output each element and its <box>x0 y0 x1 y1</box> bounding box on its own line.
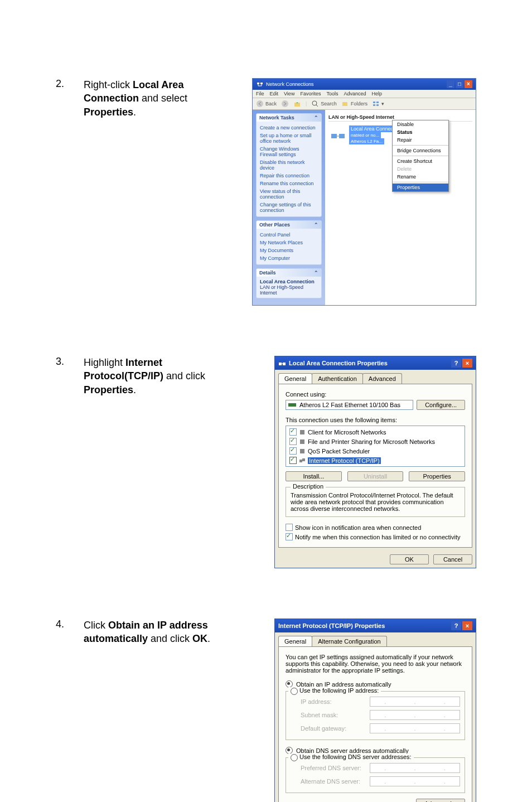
dialog-title: Local Area Connection Properties <box>289 360 388 366</box>
task-link[interactable]: Change settings of this connection <box>260 201 318 214</box>
close-button[interactable]: × <box>462 359 472 368</box>
svg-rect-1 <box>260 83 263 84</box>
lan-icon <box>278 359 286 367</box>
collapse-icon[interactable]: ⌃ <box>314 115 318 120</box>
svg-rect-15 <box>279 363 282 365</box>
step-number: 2. <box>56 78 84 90</box>
network-connections-window: Network Connections _ □ × File Edit View… <box>252 78 476 306</box>
tab-general[interactable]: General <box>278 373 312 384</box>
svg-rect-23 <box>302 458 305 461</box>
task-link[interactable]: Repair this connection <box>260 172 318 180</box>
menu-item[interactable]: Tools <box>326 91 338 96</box>
ctx-status[interactable]: Status <box>393 128 448 136</box>
gateway-label: Default gateway: <box>301 725 346 732</box>
forward-button[interactable] <box>281 100 289 108</box>
tab-general[interactable]: General <box>278 636 312 646</box>
menu-item[interactable]: View <box>284 91 294 96</box>
notify-checkbox[interactable] <box>286 533 293 540</box>
menu-item[interactable]: Help <box>371 91 382 96</box>
collapse-icon[interactable]: ⌃ <box>314 222 318 228</box>
install-button[interactable]: Install... <box>286 471 342 481</box>
help-button[interactable]: ? <box>451 621 461 630</box>
close-button[interactable]: × <box>462 621 472 630</box>
subnet-field: ... <box>370 710 460 720</box>
folders-icon <box>341 100 349 108</box>
task-sidebar: Network Tasks⌃ Create a new connection S… <box>253 110 325 305</box>
list-item-tcpip[interactable]: Internet Protocol (TCP/IP) <box>286 456 465 465</box>
window-titlebar: Network Connections _ □ × <box>253 79 476 90</box>
items-label: This connection uses the following items… <box>286 417 465 423</box>
forward-icon <box>281 100 289 108</box>
ctx-properties[interactable]: Properties <box>393 183 448 191</box>
task-link[interactable]: Rename this connection <box>260 180 318 187</box>
list-item[interactable]: Client for Microsoft Networks <box>286 427 465 437</box>
configure-button[interactable]: Configure... <box>417 400 465 410</box>
description-text: Transmission Control Protocol/Internet P… <box>291 492 460 512</box>
ctx-delete: Delete <box>393 165 448 173</box>
step-text: Highlight Internet Protocol(TCP/IP) and … <box>84 356 229 397</box>
advanced-button[interactable]: Advanced... <box>416 799 465 802</box>
menu-item[interactable]: Edit <box>270 91 279 96</box>
intro-text: You can get IP settings assigned automat… <box>286 654 465 674</box>
place-link[interactable]: My Documents <box>260 247 318 254</box>
svg-rect-0 <box>257 83 259 84</box>
place-link[interactable]: My Computer <box>260 254 318 262</box>
svg-rect-11 <box>376 104 379 106</box>
task-link[interactable]: Disable this network device <box>260 158 318 172</box>
svg-point-3 <box>282 100 288 107</box>
ok-button[interactable]: OK <box>390 554 429 564</box>
main-pane: LAN or High-Speed Internet Local Area Co… <box>325 110 476 305</box>
up-button[interactable] <box>293 100 301 108</box>
place-link[interactable]: My Network Places <box>260 239 318 247</box>
menu-item[interactable]: Advanced <box>344 91 366 96</box>
checkbox-label: Show icon in notification area when conn… <box>295 524 421 531</box>
views-button[interactable]: ▾ <box>372 100 384 108</box>
task-link[interactable]: Change Windows Firewall settings <box>260 145 318 158</box>
maximize-button[interactable]: □ <box>456 80 463 88</box>
ctx-repair[interactable]: Repair <box>393 136 448 144</box>
menu-bar: File Edit View Favorites Tools Advanced … <box>253 90 476 98</box>
svg-rect-12 <box>331 134 337 138</box>
dns2-field: ... <box>370 776 460 786</box>
ctx-shortcut[interactable]: Create Shortcut <box>393 157 448 165</box>
context-menu: Disable Status Repair Bridge Connections… <box>392 120 449 192</box>
back-button[interactable]: Back <box>256 100 277 108</box>
help-button[interactable]: ? <box>451 359 461 368</box>
views-icon <box>372 100 380 108</box>
radio-use-ip[interactable] <box>291 688 298 695</box>
collapse-icon[interactable]: ⌃ <box>314 270 318 276</box>
tab-advanced[interactable]: Advanced <box>362 373 402 384</box>
tab-authentication[interactable]: Authentication <box>312 373 363 384</box>
show-icon-checkbox[interactable] <box>286 524 293 531</box>
tcpip-properties-dialog: Internet Protocol (TCP/IP) Properties ? … <box>274 619 476 802</box>
minimize-button[interactable]: _ <box>447 80 454 88</box>
task-link[interactable]: View status of this connection <box>260 187 318 201</box>
lac-properties-dialog: Local Area Connection Properties ? × Gen… <box>274 356 476 568</box>
panel-header: Details <box>259 270 276 276</box>
items-listbox[interactable]: Client for Microsoft Networks File and P… <box>286 426 465 467</box>
search-button[interactable]: Search <box>311 100 337 108</box>
cancel-button[interactable]: Cancel <box>433 554 472 564</box>
svg-rect-22 <box>299 460 302 462</box>
task-link[interactable]: Set up a home or small office network <box>260 132 318 145</box>
ctx-bridge[interactable]: Bridge Connections <box>393 147 448 154</box>
menu-item[interactable]: File <box>256 91 264 96</box>
place-link[interactable]: Control Panel <box>260 231 318 239</box>
folders-button[interactable]: Folders <box>341 100 367 108</box>
ctx-rename[interactable]: Rename <box>393 173 448 181</box>
task-link[interactable]: Create a new connection <box>260 124 318 132</box>
ctx-disable[interactable]: Disable <box>393 120 448 128</box>
svg-rect-19 <box>300 430 304 434</box>
svg-rect-16 <box>283 363 286 365</box>
list-item[interactable]: QoS Packet Scheduler <box>286 446 465 456</box>
properties-button[interactable]: Properties <box>409 471 465 481</box>
radio-use-dns[interactable] <box>291 754 298 761</box>
step-text: Click Obtain an IP address automatically… <box>84 619 229 646</box>
list-item[interactable]: File and Printer Sharing for Microsoft N… <box>286 437 465 446</box>
details-line: LAN or High-Speed Internet <box>260 284 303 296</box>
menu-item[interactable]: Favorites <box>300 91 321 96</box>
dialog-titlebar: Internet Protocol (TCP/IP) Properties ? … <box>275 619 476 632</box>
close-button[interactable]: × <box>465 80 472 88</box>
tab-alt-config[interactable]: Alternate Configuration <box>312 636 387 646</box>
svg-rect-13 <box>339 134 345 138</box>
